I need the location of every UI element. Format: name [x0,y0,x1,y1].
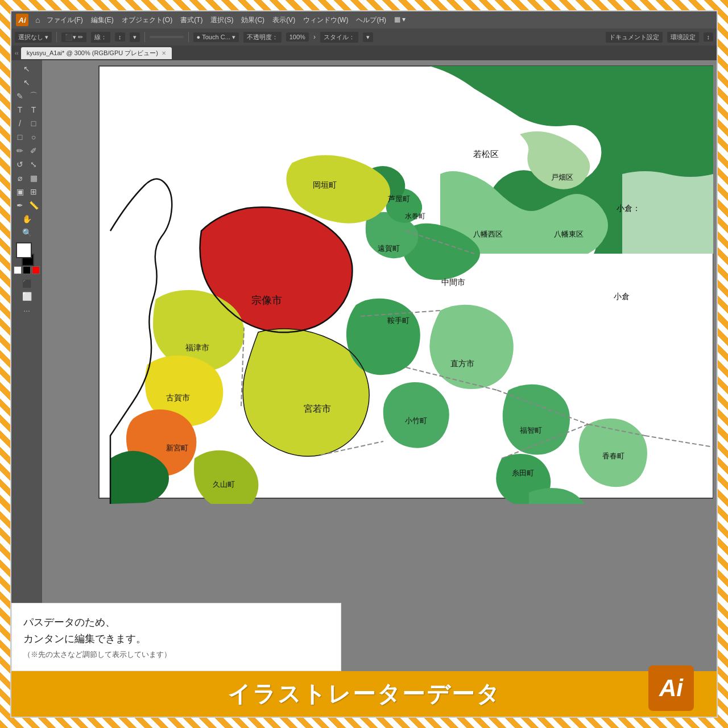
hand-tool[interactable]: ✋ [14,213,40,225]
menu-file[interactable]: ファイル(F) [47,15,82,25]
select-tool[interactable]: ↖ [14,63,40,75]
rotate-tool[interactable]: ↺ [14,158,26,171]
curvature-tool[interactable]: ⌒ [27,90,40,102]
pen-tool-group: ✎ ⌒ [14,90,40,102]
menu-type[interactable]: 書式(T) [180,15,202,25]
draw-mode-btn[interactable]: ⬜ [14,290,40,303]
color-controls [14,242,40,274]
svg-text:若松区: 若松区 [473,149,499,159]
menu-view[interactable]: 表示(V) [272,15,295,25]
type-tool-group: T T [14,104,40,116]
brush-tool[interactable]: ✏ [14,144,26,157]
svg-text:戸畑区: 戸畑区 [551,173,573,181]
svg-text:小倉: 小倉 [614,292,630,301]
screen-mode-btn[interactable]: ⬛ [14,278,40,290]
tab-bar: ‹‹ kyusyu_A1ai* @ 300% (RGB/GPU プレビュー) ✕ [11,46,717,60]
fill-color[interactable] [16,242,32,258]
shape-tool[interactable]: □ [27,117,40,130]
svg-text:宮若市: 宮若市 [304,404,331,413]
menu-window[interactable]: ウィンドウ(W) [303,15,348,25]
svg-text:岡垣町: 岡垣町 [313,180,337,189]
doc-settings-btn[interactable]: ドキュメント設定 [606,32,663,43]
color-mode-indicators [14,266,40,274]
svg-text:新宮町: 新宮町 [166,444,188,452]
style-dropdown[interactable]: ▾ [363,32,373,42]
env-settings-btn[interactable]: 環境設定 [667,32,699,43]
touch-type-tool[interactable]: T [27,104,40,116]
scroll-left-icon[interactable]: ‹‹ [15,50,19,56]
gradient-tool-group: ▣ ⊞ [14,185,40,198]
direct-select-tool[interactable]: ↖ [14,76,40,89]
rect-tool[interactable]: □ [14,131,26,143]
touch-color[interactable]: ● Touch C... ▾ [193,32,239,42]
ellipse-tool[interactable]: ○ [27,131,40,143]
type-tool[interactable]: T [14,104,26,116]
zoom-tool[interactable]: 🔍 [14,226,40,239]
info-main-text: パスデータのため、カンタンに編集できます。 [23,614,329,647]
brush-tool-group: ✏ ✐ [14,144,40,157]
line-input[interactable]: ↕ [115,32,125,42]
left-toolbar: ↖ ↖ ✎ ⌒ T T / □ □ ○ ✏ [11,60,42,603]
none-indicator [32,266,40,274]
line-tool[interactable]: / [14,117,26,130]
document-tab[interactable]: kyusyu_A1ai* @ 300% (RGB/GPU プレビュー) ✕ [21,47,172,59]
line-dropdown[interactable]: ▾ [130,32,140,42]
info-sub-text: （※先の太さなど調節して表示しています） [23,650,329,660]
canvas-background: 若松区 戸畑区 小倉： 八幡東区 八幡西区 小倉 芦屋町 [42,60,717,603]
ai-logo-icon: Ai [16,14,28,26]
svg-text:小竹町: 小竹町 [405,416,427,425]
outer-wrapper: Ai ⌂ ファイル(F) 編集(E) オブジェクト(O) 書式(T) 選択(S)… [0,0,728,728]
color-box[interactable] [150,36,184,38]
pen-tool[interactable]: ✎ [14,90,26,102]
pencil-tool[interactable]: ✐ [27,144,40,157]
svg-text:鞍手町: 鞍手町 [387,316,410,325]
scale-tool[interactable]: ⤡ [27,158,40,171]
toolbar-divider-3 [188,32,189,42]
gradient-tool[interactable]: ▣ [14,185,26,198]
opacity-value[interactable]: 100% [286,32,309,42]
menu-edit[interactable]: 編集(E) [91,15,114,25]
line-label: 線： [91,32,110,43]
menu-effect[interactable]: 効果(C) [241,15,264,25]
svg-text:糸田町: 糸田町 [512,469,534,477]
tab-label: kyusyu_A1ai* @ 300% (RGB/GPU プレビュー) [27,49,158,57]
eyedropper-tool[interactable]: ✒ [14,199,26,212]
line-tool-group: / □ [14,117,40,130]
transform-icon[interactable]: ⬛▾ ✏ [61,32,86,42]
svg-text:久山町: 久山町 [213,480,235,489]
canvas-area[interactable]: 若松区 戸畑区 小倉： 八幡東区 八幡西区 小倉 芦屋町 [42,60,717,603]
svg-text:直方市: 直方市 [450,359,474,368]
home-icon[interactable]: ⌂ [35,15,40,24]
measure-tool[interactable]: 📏 [27,199,40,212]
bottom-bar: イラストレーターデータ Ai [11,671,717,717]
info-box: パスデータのため、カンタンに編集できます。 （※先の太さなど調節して表示していま… [11,603,341,671]
svg-text:遠賀町: 遠賀町 [378,244,400,253]
svg-text:八幡西区: 八幡西区 [473,230,503,238]
mesh-tool[interactable]: ⊞ [27,185,40,198]
menu-help[interactable]: ヘルプ(H) [356,15,386,25]
more-tools-btn[interactable]: ··· [23,306,30,315]
svg-text:小倉：: 小倉： [617,204,640,213]
bottom-section: パスデータのため、カンタンに編集できます。 （※先の太さなど調節して表示していま… [11,603,717,717]
inner-wrapper: Ai ⌂ ファイル(F) 編集(E) オブジェクト(O) 書式(T) 選択(S)… [10,10,718,718]
tab-close-btn[interactable]: ✕ [162,50,166,56]
extra-btn[interactable]: ↕ [704,32,714,42]
svg-text:宗像市: 宗像市 [251,295,282,306]
eyedropper-tool-group: ✒ 📏 [14,199,40,212]
map-svg: 若松区 戸畑区 小倉： 八幡東区 八幡西区 小倉 芦屋町 [42,60,713,504]
menu-select[interactable]: 選択(S) [210,15,233,25]
menu-grid[interactable]: ▦ ▾ [394,15,406,25]
white-indicator [14,266,22,274]
svg-text:福智町: 福智町 [520,426,542,435]
menu-items: ファイル(F) 編集(E) オブジェクト(O) 書式(T) 選択(S) 効果(C… [47,15,406,25]
canvas-overflow [341,603,717,671]
rotate-tool-group: ↺ ⤡ [14,158,40,171]
svg-text:福津市: 福津市 [185,343,209,352]
warp-tool-group: ⌀ ▦ [14,172,40,184]
svg-text:香春町: 香春町 [602,452,624,460]
bar-chart-tool[interactable]: ▦ [27,172,40,184]
menu-object[interactable]: オブジェクト(O) [122,15,172,25]
warp-tool[interactable]: ⌀ [14,172,26,184]
opacity-label: 不透明度： [243,32,282,43]
select-dropdown[interactable]: 選択なし ▾ [15,32,52,43]
